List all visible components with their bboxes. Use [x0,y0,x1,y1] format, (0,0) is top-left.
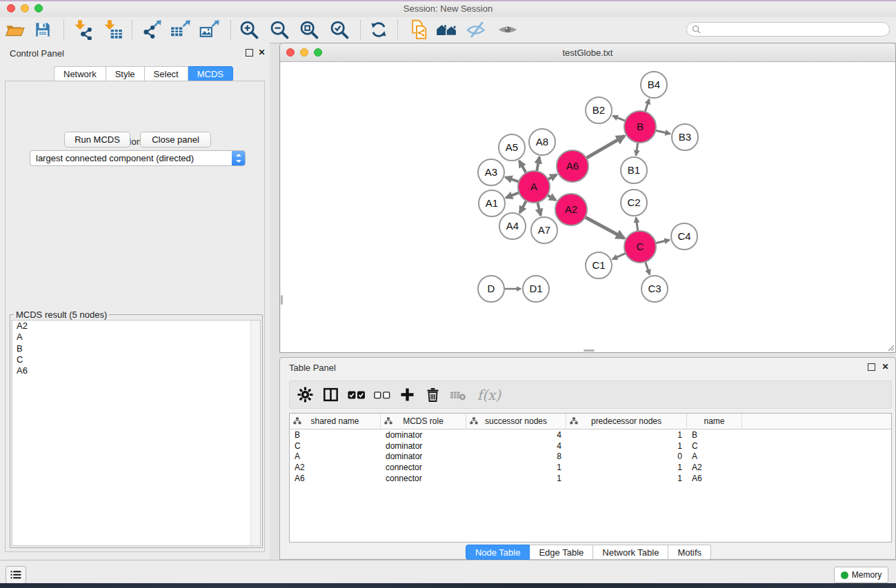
graph-node-A[interactable]: A [518,171,550,203]
graph-node-A2[interactable]: A2 [555,194,587,225]
result-list-item[interactable]: A2 [12,321,260,332]
tab-edge-table[interactable]: Edge Table [530,545,593,560]
import-table-button[interactable] [99,18,126,41]
zoom-fit-button[interactable] [295,18,323,41]
graph-node-A4[interactable]: A4 [499,213,526,239]
graph-node-A3[interactable]: A3 [478,159,504,185]
graph-edge-A6-B[interactable] [586,136,625,158]
table-close-button[interactable]: ✕ [881,363,890,372]
tab-style[interactable]: Style [106,66,145,81]
graph-edge-A-A5[interactable] [519,161,526,173]
graph-node-A7[interactable]: A7 [531,217,557,243]
result-list-item[interactable]: A [12,332,260,343]
export-table-button[interactable] [167,18,195,41]
graph-node-C1[interactable]: C1 [586,252,612,278]
vertical-scroll-indicator[interactable] [281,295,283,305]
tab-network[interactable]: Network [54,66,106,81]
graph-edge-C-C2[interactable] [636,218,638,231]
table-row[interactable]: Adominator80A [290,452,891,463]
graph-edge-A-A7[interactable] [537,202,541,215]
graph-edge-A-A1[interactable] [506,192,519,198]
table-row[interactable]: Bdominator41B [290,429,891,440]
function-builder-button[interactable]: f(x) [471,383,504,407]
graph-edge-B-B4[interactable] [645,99,649,112]
export-network-button[interactable] [138,18,166,41]
tab-select[interactable]: Select [145,66,188,81]
graph-edge-C-C3[interactable] [645,262,649,274]
close-panel-action-button[interactable]: Close panel [140,132,211,148]
table-settings-button[interactable] [292,383,318,407]
zoom-in-button[interactable] [235,18,263,41]
select-all-button[interactable] [344,383,369,407]
run-mcds-button[interactable]: Run MCDS [64,132,130,148]
save-session-button[interactable] [29,18,57,41]
graph-node-B2[interactable]: B2 [586,97,612,123]
graph-edge-C-C1[interactable] [613,253,626,259]
show-panels-button[interactable] [6,566,26,584]
deselect-all-button[interactable] [369,383,395,407]
hide-selected-button[interactable] [462,18,490,41]
resize-grip-icon[interactable] [886,343,895,352]
delete-table-button[interactable] [446,383,471,407]
refresh-view-button[interactable] [365,18,392,41]
result-list-scrollbar[interactable] [250,321,260,545]
graph-node-B3[interactable]: B3 [672,124,698,150]
column-header-shared-name[interactable]: shared name [290,414,381,429]
graph-edge-B-B1[interactable] [636,143,638,155]
graph-node-C4[interactable]: C4 [671,223,697,250]
graph-edge-B-B3[interactable] [655,130,670,134]
search-input[interactable] [704,24,889,35]
graph-node-A5[interactable]: A5 [499,134,525,161]
graph-node-A1[interactable]: A1 [479,190,505,216]
float-panel-button[interactable] [245,48,254,57]
import-network-button[interactable] [69,18,97,41]
tab-network-table[interactable]: Network Table [593,545,668,560]
create-network-view-button[interactable] [406,18,433,41]
tab-mcds[interactable]: MCDS [188,66,233,81]
graph-node-C2[interactable]: C2 [621,190,647,216]
graph-edge-A-A4[interactable] [520,201,527,212]
zoom-out-button[interactable] [266,18,293,41]
graph-node-B4[interactable]: B4 [641,72,667,98]
tab-motifs[interactable]: Motifs [668,545,711,560]
table-float-button[interactable] [867,363,876,372]
graph-node-A8[interactable]: A8 [529,129,555,155]
result-list-item[interactable]: A6 [12,365,260,376]
graph-node-C[interactable]: C [624,231,656,263]
show-columns-button[interactable] [318,383,344,407]
horizontal-scroll-indicator[interactable] [584,349,595,352]
show-all-button[interactable] [494,18,521,41]
table-row[interactable]: Cdominator41C [290,440,891,452]
graph-edge-A-A6[interactable] [548,174,557,179]
result-list-item[interactable]: B [12,343,260,354]
graph-node-D1[interactable]: D1 [523,276,549,302]
network-window-titlebar[interactable]: testGlobe.txt [280,43,895,62]
table-row[interactable]: A2connector11A2 [290,462,891,473]
graph-edge-A-A8[interactable] [537,157,539,172]
column-header-successor-nodes[interactable]: successor nodes [466,414,566,429]
column-header-name[interactable]: name [687,414,742,429]
graph-node-A6[interactable]: A6 [557,150,588,182]
result-list-item[interactable]: C [12,354,260,365]
graph-edge-A-A2[interactable] [548,195,556,200]
add-column-button[interactable] [395,383,420,407]
memory-button[interactable]: Memory [834,567,888,583]
graph-node-B1[interactable]: B1 [621,157,647,183]
search-field[interactable] [686,22,890,37]
table-row[interactable]: A6connector11A6 [290,473,891,484]
tab-node-table[interactable]: Node Table [466,545,530,560]
close-panel-button[interactable]: ✕ [257,48,266,57]
column-header-predecessor-nodes[interactable]: predecessor nodes [566,414,687,429]
criterion-select[interactable]: largest connected component (directed) [30,150,246,166]
graph-edge-A2-C[interactable] [585,217,624,239]
export-image-button[interactable] [196,18,223,41]
network-graph[interactable]: AA1A2A3A4A5A6A7A8BB1B2B3B4CC1C2C3C4DD1 [281,62,895,352]
first-neighbors-button[interactable] [433,18,461,41]
graph-node-C3[interactable]: C3 [641,276,668,302]
delete-column-button[interactable] [420,383,446,407]
graph-node-D[interactable]: D [478,276,504,302]
graph-node-B[interactable]: B [624,111,656,143]
network-canvas[interactable]: AA1A2A3A4A5A6A7A8BB1B2B3B4CC1C2C3C4DD1 [281,62,895,352]
graph-edge-A-A3[interactable] [506,177,519,182]
graph-edge-B-B2[interactable] [613,116,625,121]
